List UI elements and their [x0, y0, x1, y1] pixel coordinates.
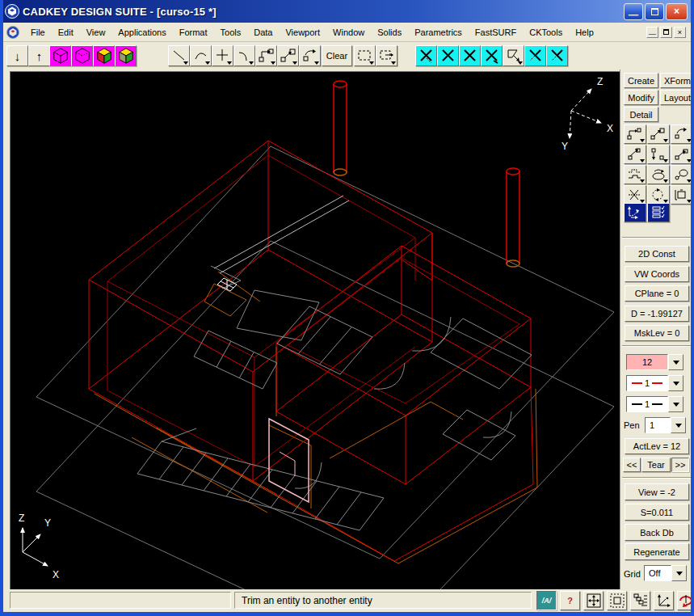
document-icon[interactable] — [6, 26, 19, 39]
view-hidden-line-button[interactable] — [71, 45, 93, 66]
create-button[interactable]: Create — [624, 73, 658, 88]
xform-move-down-button[interactable] — [647, 145, 670, 164]
drawing-viewport[interactable]: Z X Y Z Y X — [10, 71, 620, 589]
detail-button[interactable]: Detail — [624, 107, 658, 122]
xform-scale-grid-button[interactable] — [647, 124, 670, 144]
menu-view[interactable]: View — [80, 24, 112, 40]
menu-applications[interactable]: Applications — [111, 24, 172, 40]
dynamic-rotate-button[interactable] — [677, 591, 694, 610]
xform-delete-button[interactable] — [624, 185, 646, 205]
xform-delta-button[interactable] — [255, 45, 277, 66]
mdi-minimize-icon[interactable]: — — [646, 27, 658, 38]
window-select-button[interactable] — [376, 45, 397, 66]
menu-solids[interactable]: Solids — [371, 24, 408, 40]
masklevel-button[interactable]: MskLev = 0 — [625, 325, 689, 341]
trim-both-button[interactable] — [437, 45, 459, 66]
xform-pattern-button[interactable] — [647, 185, 670, 205]
arc-tool-button[interactable] — [190, 45, 212, 66]
xform-rotate-grid-button[interactable] — [671, 124, 693, 144]
view-number-button[interactable]: View = -2 — [625, 483, 689, 500]
scale-value-button[interactable]: S=0.011 — [625, 504, 689, 521]
pen-field[interactable]: 1 — [645, 417, 671, 433]
2d-const-button[interactable]: 2D Const — [625, 246, 689, 262]
menu-parametrics[interactable]: Parametrics — [408, 24, 469, 40]
tear-prev-button[interactable]: << — [623, 458, 641, 472]
trim-double-button[interactable] — [459, 45, 481, 66]
clear-button[interactable]: Clear — [322, 45, 352, 66]
trim-first-button[interactable] — [415, 45, 437, 66]
xform-mirror-button[interactable] — [671, 145, 693, 164]
cplane-button[interactable]: CPlane = 0 — [625, 285, 689, 302]
menu-viewport[interactable]: Viewport — [279, 24, 326, 40]
axes-display-button[interactable] — [654, 591, 674, 610]
menu-edit[interactable]: Edit — [52, 24, 80, 40]
trim-divide-button[interactable] — [481, 45, 503, 66]
xform-move-up-button[interactable] — [624, 145, 646, 164]
level-down-button[interactable]: ↓ — [6, 45, 28, 66]
dynamic-xform-toggle[interactable] — [624, 203, 646, 222]
grid-field[interactable]: Off — [644, 565, 671, 581]
layout-button[interactable]: Layout — [660, 90, 694, 105]
view-shaded-button[interactable] — [93, 45, 115, 66]
menu-data[interactable]: Data — [247, 24, 279, 40]
xform-join-button[interactable] — [624, 165, 646, 184]
main-toolbar: ↓ ↑ — [3, 42, 691, 68]
linetype-dropdown[interactable] — [668, 396, 683, 412]
back-db-button[interactable]: Back Db — [625, 524, 689, 541]
linetype-field[interactable]: 1 — [626, 396, 668, 412]
close-button[interactable]: × — [666, 3, 688, 20]
level-up-button[interactable]: ↑ — [28, 45, 50, 66]
xform-scale-button[interactable] — [277, 45, 299, 66]
aline-toggle-button[interactable]: /A/ — [536, 591, 557, 610]
menu-cktools[interactable]: CKTools — [523, 24, 569, 40]
hidden-line-cube-icon — [74, 47, 91, 65]
trim-modal-button[interactable] — [546, 45, 568, 66]
xform-revolve-button[interactable] — [647, 165, 670, 184]
depth-button[interactable]: D = -1.99127 — [625, 306, 689, 322]
fillet-tool-button[interactable] — [233, 45, 255, 66]
menu-fastsurf[interactable]: FastSURF — [469, 24, 523, 40]
menu-help[interactable]: Help — [569, 24, 600, 40]
color-dropdown[interactable] — [668, 375, 683, 391]
maximize-button[interactable] — [645, 3, 664, 20]
mdi-close-icon[interactable]: × — [674, 27, 686, 38]
menu-tools[interactable]: Tools — [214, 24, 248, 40]
xform-delta-grid-button[interactable] — [624, 124, 646, 144]
view-wireframe-button[interactable] — [49, 45, 71, 66]
point-tool-button[interactable] — [212, 45, 233, 66]
help-verify-button[interactable]: ? — [560, 591, 580, 610]
grid-dropdown[interactable] — [671, 565, 687, 581]
actlev-button[interactable]: ActLev = 12 — [625, 438, 689, 454]
xform-button[interactable]: XForm — [660, 73, 694, 88]
line-tool-button[interactable] — [168, 45, 190, 66]
xform-rotate-button[interactable] — [299, 45, 321, 66]
xform-helix-button[interactable] — [671, 165, 693, 184]
zoom-window-button[interactable] — [607, 591, 627, 610]
zoom-extents-button[interactable] — [583, 591, 604, 610]
levels-manager-button[interactable] — [630, 591, 650, 610]
mdi-restore-icon[interactable] — [660, 27, 672, 38]
level-dropdown[interactable] — [668, 354, 683, 370]
redraw-button[interactable] — [354, 45, 376, 66]
cascade-list-icon — [633, 593, 648, 608]
axis-label-x: X — [607, 123, 613, 134]
color-field[interactable]: 1 — [626, 375, 668, 391]
view-rendered-button[interactable] — [115, 45, 137, 66]
menu-file[interactable]: File — [24, 24, 52, 40]
ground-plane — [36, 146, 614, 590]
modify-button[interactable]: Modify — [624, 90, 658, 105]
menu-format[interactable]: Format — [173, 24, 214, 40]
levels-list-toggle[interactable] — [647, 203, 670, 222]
regenerate-button[interactable]: Regenerate — [625, 543, 689, 560]
tear-button[interactable]: Tear — [641, 458, 671, 472]
tear-next-button[interactable]: >> — [671, 458, 689, 472]
extend-button[interactable] — [524, 45, 546, 66]
menu-window[interactable]: Window — [326, 24, 371, 40]
xform-box-button[interactable] — [671, 185, 693, 205]
vw-coords-button[interactable]: VW Coords — [625, 266, 689, 282]
break-button[interactable] — [503, 45, 524, 66]
pen-dropdown[interactable] — [671, 417, 686, 433]
active-level-field[interactable]: 12 — [626, 354, 668, 370]
pen-label: Pen — [624, 420, 640, 430]
minimize-button[interactable]: — — [624, 3, 643, 20]
